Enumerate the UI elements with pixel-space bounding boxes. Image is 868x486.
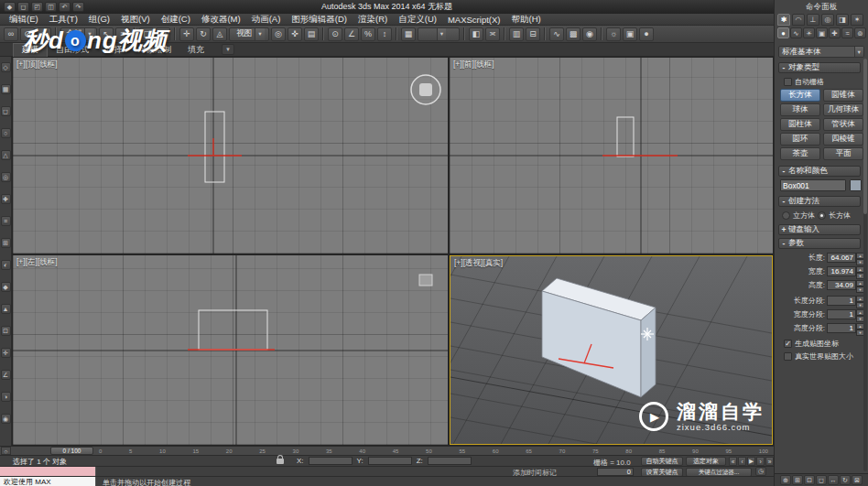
keyboard-entry-rollout-header[interactable]: + 键盘输入 [778, 224, 861, 235]
plane-button[interactable]: 平面 [823, 147, 863, 160]
percent-snap-icon[interactable]: % [361, 27, 375, 41]
next-frame-icon[interactable]: › [756, 457, 765, 466]
select-and-scale-icon[interactable]: ◬ [212, 27, 227, 41]
motion-tab-icon[interactable]: ◎ [821, 14, 834, 26]
poly-modeling-section-icon[interactable]: ◇ [1, 62, 11, 72]
schematic-view-icon[interactable]: ▩ [566, 27, 580, 41]
use-pivot-center-icon[interactable]: ◎ [271, 27, 286, 41]
zoom-region-icon[interactable]: ◻ [816, 475, 827, 485]
parameters-rollout-header[interactable]: - 参数 [778, 238, 861, 249]
align-icon[interactable]: ≍ [485, 27, 500, 41]
auto-key-button[interactable]: 自动关键点 [641, 457, 683, 466]
length-segments-input[interactable] [827, 296, 856, 306]
tris-ic­on[interactable]: ✚ [1, 194, 11, 204]
reference-coordinate-dropdown[interactable]: 视图▼ [229, 27, 269, 41]
object-color-swatch[interactable] [850, 179, 862, 191]
visibility-section-icon[interactable]: ◐ [1, 260, 11, 270]
cone-button[interactable]: 圆锥体 [823, 89, 863, 102]
go-to-start-icon[interactable]: « [729, 457, 737, 466]
undo-icon[interactable]: ↶ [59, 2, 71, 12]
previous-frame-icon[interactable]: ‹ [738, 457, 746, 466]
helpers-category-icon[interactable]: ✚ [829, 27, 841, 38]
y-coord-input[interactable] [368, 457, 412, 465]
menu-item[interactable]: 渲染(R) [353, 14, 393, 26]
render-setup-icon[interactable]: ☼ [606, 27, 621, 41]
angle-snap-icon[interactable]: ∠ [344, 27, 359, 41]
width-segments-input[interactable] [827, 309, 856, 319]
real-world-map-size-checkbox[interactable]: ✓ [784, 352, 792, 361]
menu-item[interactable]: 修改器(M) [196, 14, 246, 26]
play-icon[interactable]: ▶ [747, 457, 755, 466]
properties-section-icon[interactable]: ⊞ [1, 238, 11, 248]
cube-radio[interactable] [782, 211, 790, 220]
geosphere-button[interactable]: 几何球体 [823, 103, 863, 116]
cameras-category-icon[interactable]: ▣ [816, 27, 828, 38]
edit-geometry-icon[interactable]: ◻ [1, 106, 11, 116]
primitive-category-dropdown[interactable]: 标准基本体 ▼ [778, 46, 864, 58]
select-and-rotate-icon[interactable]: ↻ [196, 27, 211, 41]
menu-item[interactable]: 动画(A) [246, 14, 287, 26]
systems-category-icon[interactable]: ⊚ [854, 27, 866, 38]
menu-item[interactable]: 工具(T) [44, 14, 83, 26]
mirror-icon[interactable]: ◧ [469, 27, 483, 41]
sphere-button[interactable]: 球体 [780, 103, 820, 116]
loops-icon[interactable]: ◎ [1, 172, 11, 182]
viewport-top-label[interactable]: [+][顶][线框] [16, 59, 58, 70]
maxscript-mini-listener-top[interactable] [0, 467, 96, 476]
autogrid-checkbox[interactable]: ✓ [784, 78, 792, 86]
go-to-end-icon[interactable]: » [765, 457, 774, 466]
pivot-section-icon[interactable]: ◆ [1, 282, 11, 292]
spacewarps-category-icon[interactable]: ≈ [841, 27, 853, 38]
cylinder-button[interactable]: 圆柱体 [780, 118, 820, 131]
viewport-front[interactable]: [+][前][线框] [450, 58, 773, 254]
pan-icon[interactable]: ↔ [828, 475, 839, 485]
teapot-button[interactable]: 茶壶 [780, 147, 820, 160]
object-name-input[interactable] [780, 179, 846, 191]
zoom-extents-icon[interactable]: ⊡ [804, 475, 815, 485]
display-tab-icon[interactable]: ◨ [836, 14, 849, 26]
save-file-icon[interactable]: ◫ [45, 2, 57, 12]
viewport-top[interactable]: [+][顶][线框] [13, 58, 448, 254]
menu-item[interactable]: 自定义(U) [393, 14, 442, 26]
torus-button[interactable]: 圆环 [780, 133, 820, 146]
generate-mapping-coords-checkbox[interactable]: ✓ [784, 340, 792, 348]
viewport-left-label[interactable]: [+][左][线框] [16, 257, 58, 268]
curve-editor-icon[interactable]: ∿ [549, 27, 564, 41]
height-input[interactable] [827, 280, 856, 290]
angle-section-icon[interactable]: ∠ [1, 370, 11, 380]
transform-section-icon[interactable]: ✛ [1, 348, 11, 358]
hierarchy-tab-icon[interactable]: ⊥ [807, 14, 819, 26]
menu-item[interactable]: 图形编辑器(D) [286, 14, 353, 26]
modify-selection-icon[interactable]: ▦ [1, 84, 11, 94]
viewport-left[interactable]: [+][左][线框] [13, 255, 448, 445]
graphite-ribbon-toggle-icon[interactable]: ⊟ [526, 27, 540, 41]
viewport-perspective-label[interactable]: [+][透视][真实] [454, 258, 503, 269]
lights-category-icon[interactable]: ☀ [803, 27, 815, 38]
time-configuration-icon[interactable]: ◷ [755, 467, 766, 476]
select-and-move-icon[interactable]: ✛ [179, 27, 194, 41]
utilities-tab-icon[interactable]: ✶ [851, 14, 863, 26]
select-and-link-icon[interactable]: ∞ [4, 27, 18, 41]
maxscript-mini-listener[interactable]: 欢迎使用 MAX [0, 477, 96, 486]
orbit-icon[interactable]: ↻ [840, 475, 851, 485]
panel-scrollbar[interactable] [863, 59, 867, 471]
pyramid-button[interactable]: 四棱锥 [823, 133, 863, 146]
selection-sets-icon[interactable]: ⊡ [1, 326, 11, 336]
box-radio[interactable] [818, 211, 826, 220]
viewport-front-label[interactable]: [+][前][线框] [453, 59, 494, 70]
geometry-category-icon[interactable]: ● [777, 27, 789, 38]
material-editor-icon[interactable]: ◉ [582, 27, 597, 41]
tube-button[interactable]: 管状体 [823, 118, 863, 131]
shapes-category-icon[interactable]: ∿ [790, 27, 802, 38]
x-coord-input[interactable] [309, 457, 353, 465]
subdivision-icon[interactable]: △ [1, 150, 11, 160]
render-production-icon[interactable]: ● [639, 27, 654, 41]
width-input[interactable] [827, 266, 856, 276]
z-coord-input[interactable] [428, 457, 472, 465]
select-and-manipulate-icon[interactable]: ✜ [288, 27, 302, 41]
creation-method-rollout-header[interactable]: - 创建方法 [778, 196, 861, 207]
menu-item[interactable]: 创建(C) [156, 14, 196, 26]
ribbon-minimize-icon[interactable]: ▾ [222, 44, 234, 55]
lock-selection-icon[interactable] [277, 459, 284, 464]
time-slider[interactable]: 0 / 100 [50, 447, 93, 455]
